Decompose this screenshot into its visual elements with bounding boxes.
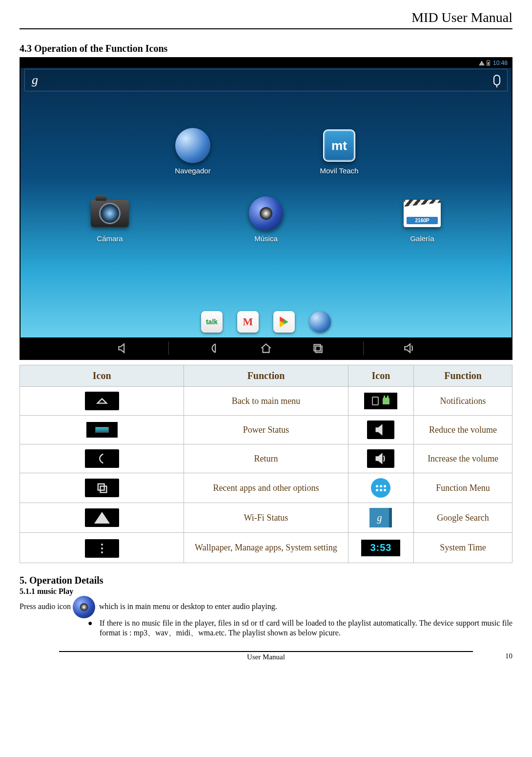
camera-icon [91, 200, 129, 227]
app-gmail[interactable]: M [237, 311, 259, 333]
app-label: Música [254, 234, 278, 243]
volume-up-icon[interactable] [403, 342, 415, 355]
wifi-icon [85, 508, 119, 527]
svg-rect-0 [314, 344, 320, 351]
gallery-tag: 2160P [407, 217, 438, 224]
app-movil-teach[interactable]: mt Movil Teach [310, 126, 368, 175]
return-icon [85, 449, 119, 468]
section-5-1-1-heading: 5.1.1 music Play [20, 587, 73, 595]
app-browser-small[interactable] [309, 311, 331, 333]
status-clock: 10:48 [493, 60, 508, 66]
nav-divider [168, 341, 169, 355]
bullet-text: If there is no music file in the player,… [100, 618, 512, 637]
app-talk[interactable]: talk [201, 311, 223, 333]
func-label: System Time [414, 533, 512, 563]
func-label: Recent apps and other options [184, 473, 348, 503]
app-label: Navegador [175, 167, 210, 175]
function-icon-table: Icon Function Icon Function Back to main… [20, 365, 512, 563]
bullet-item: ● If there is no music file in the playe… [88, 618, 512, 637]
app-label: Movil Teach [320, 167, 359, 175]
func-label: Return [184, 444, 348, 473]
page-footer: User Manual 10 [20, 651, 512, 661]
recent-apps-icon [85, 479, 119, 497]
search-bar[interactable]: g [24, 69, 508, 91]
nav-bar [20, 337, 512, 359]
th-function: Function [184, 365, 348, 387]
app-galeria[interactable]: 2160P Galería [393, 194, 451, 243]
tablet-home-screenshot: 10:48 g Navegador mt Movil Teach Cámara … [20, 57, 512, 360]
bullet-dot-icon: ● [88, 618, 94, 637]
mic-icon[interactable] [493, 75, 500, 85]
th-function2: Function [414, 365, 512, 387]
google-g-icon: g [32, 73, 38, 87]
app-musica[interactable]: Música [237, 194, 295, 243]
svg-rect-2 [98, 484, 104, 490]
back-icon[interactable] [208, 342, 221, 355]
power-status-icon [86, 422, 118, 438]
gallery-icon: 2160P [404, 200, 441, 227]
app-camara[interactable]: Cámara [81, 194, 139, 243]
footer-center-text: User Manual [247, 653, 285, 661]
app-row-1: Navegador mt Movil Teach [164, 126, 368, 175]
dock-row: talk M [201, 311, 331, 333]
mt-icon: mt [323, 129, 355, 162]
notifications-icon [364, 393, 397, 409]
speaker-icon [249, 196, 283, 231]
settings-menu-icon [85, 539, 119, 558]
status-bar: 10:48 [20, 58, 512, 68]
func-label: Notifications [414, 387, 512, 416]
section-5-heading: 5. Operation Details [20, 575, 512, 586]
globe-icon [175, 128, 210, 163]
inline-music-icon [73, 596, 95, 618]
func-label: Power Status [184, 416, 348, 444]
section-4-3-heading: 4.3 Operation of the Function Icons [20, 43, 512, 54]
volume-up-icon [367, 449, 394, 468]
press-audio-post: which is in main menu or desktop to ente… [97, 602, 277, 610]
app-navegador[interactable]: Navegador [164, 126, 222, 175]
func-label: Back to main menu [184, 387, 348, 416]
func-label: Google Search [414, 503, 512, 533]
wifi-status-icon [479, 61, 485, 65]
svg-rect-1 [316, 346, 322, 353]
battery-icon [487, 60, 490, 66]
nav-divider [363, 341, 364, 355]
google-search-icon: g [369, 508, 392, 527]
home-icon[interactable] [260, 342, 272, 355]
func-label: Wallpaper, Manage apps, System setting [184, 533, 348, 563]
func-label: Wi-Fi Status [184, 503, 348, 533]
func-label: Function Menu [414, 473, 512, 503]
app-label: Galería [410, 234, 434, 243]
system-time-icon: 3:53 [361, 540, 400, 556]
home-outline-icon [85, 392, 119, 410]
app-label: Cámara [97, 234, 123, 243]
app-row-2: Cámara Música 2160P Galería [81, 194, 451, 243]
svg-rect-3 [100, 486, 106, 493]
app-grid: Navegador mt Movil Teach Cámara Música 2… [20, 126, 512, 243]
app-play-store[interactable] [273, 311, 295, 333]
func-label: Increase the volume [414, 444, 512, 473]
press-audio-pre: Press audio icon [20, 602, 71, 610]
header-rule [20, 28, 512, 29]
footer-rule [59, 651, 473, 652]
status-icons [479, 60, 490, 66]
footer-page-number: 10 [505, 652, 512, 660]
function-menu-icon [371, 478, 390, 498]
volume-down-icon[interactable] [117, 342, 129, 355]
document-header-title: MID User Manual [20, 10, 512, 25]
func-label: Reduce the volume [414, 416, 512, 444]
recent-apps-icon[interactable] [311, 342, 324, 355]
th-icon: Icon [20, 365, 184, 387]
volume-down-icon [367, 421, 394, 439]
th-icon2: Icon [348, 365, 414, 387]
